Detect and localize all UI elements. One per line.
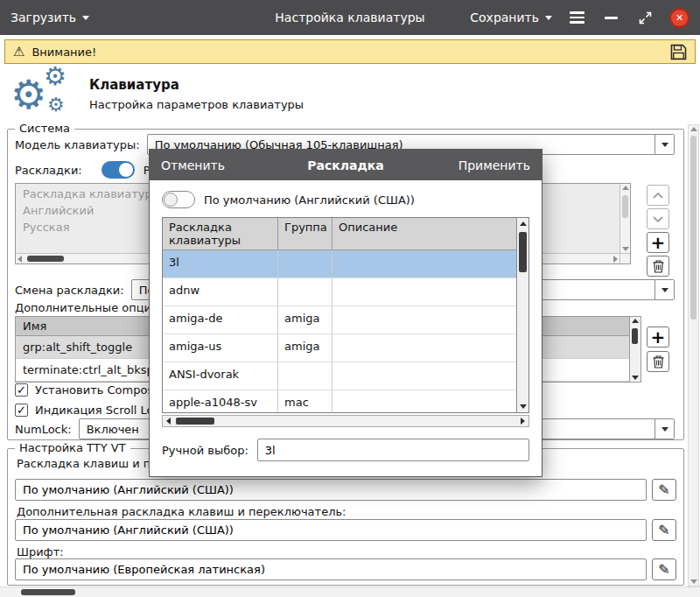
cell-group <box>278 362 332 390</box>
scrollbar-thumb[interactable] <box>519 232 527 272</box>
table-row[interactable]: apple-a1048-sv mac <box>163 390 516 412</box>
move-up-button[interactable] <box>647 185 669 206</box>
dropdown-arrow-button[interactable] <box>654 135 674 154</box>
cell-desc <box>332 390 516 412</box>
table-row[interactable]: amiga-de amiga <box>163 306 516 334</box>
layout-table-vscrollbar[interactable] <box>516 218 528 412</box>
cell-layout: apple-a1048-sv <box>163 390 278 412</box>
keyboard-model-label: Модель клавиатуры: <box>15 138 140 151</box>
load-menu-button[interactable]: Загрузить <box>10 11 89 25</box>
cell-desc <box>332 306 516 334</box>
scroll-up-icon <box>690 127 697 131</box>
tty-extra-layout-field[interactable] <box>15 519 647 541</box>
save-file-icon[interactable] <box>670 44 687 60</box>
dropdown-arrow-button[interactable] <box>654 280 674 299</box>
minimize-button[interactable] <box>601 8 620 27</box>
close-button[interactable]: ✕ <box>669 8 690 28</box>
cell-group: mac <box>278 390 332 412</box>
system-group-legend: Система <box>15 122 74 135</box>
window-vscrollbar[interactable] <box>688 124 699 586</box>
default-layout-toggle-label: По умолчанию (Английский (США)) <box>204 193 415 207</box>
cell-layout: amiga-us <box>163 334 278 362</box>
edit-tty-extra-layout-button[interactable]: ✎ <box>652 519 676 541</box>
compose-checkbox[interactable]: ✓ <box>15 383 28 397</box>
save-menu-label: Сохранить <box>470 11 539 25</box>
scrollbar-thumb[interactable] <box>632 328 638 344</box>
scrollbar-corner <box>620 253 630 263</box>
titlebar: Загрузить Настройка клавиатуры Сохранить… <box>0 0 700 35</box>
table-row[interactable]: adnw <box>163 278 516 306</box>
warning-icon: ⚠ <box>13 46 24 59</box>
dropdown-arrow-button[interactable] <box>654 419 674 439</box>
scrollbar-thumb[interactable] <box>176 418 214 425</box>
add-option-button[interactable]: + <box>647 327 669 348</box>
move-down-button[interactable] <box>647 208 669 229</box>
minimize-icon <box>605 17 618 19</box>
layout-dialog: Отменить Раскладка Применить По умолчани… <box>149 149 542 477</box>
load-menu-label: Загрузить <box>10 11 76 25</box>
chevron-down-icon <box>662 288 668 292</box>
cancel-button[interactable]: Отменить <box>161 158 225 172</box>
chevron-down-icon <box>662 143 668 147</box>
cell-layout: amiga-de <box>163 306 278 334</box>
scrollbar-thumb[interactable] <box>622 195 628 218</box>
scroll-down-icon <box>632 376 639 380</box>
pencil-icon: ✎ <box>658 522 669 538</box>
hamburger-menu-button[interactable] <box>567 8 586 27</box>
scroll-up-icon <box>520 221 527 226</box>
layout-table-hscrollbar[interactable] <box>162 415 529 427</box>
column-header: Группа <box>278 218 332 249</box>
scrollbar-thumb[interactable] <box>21 589 75 595</box>
cell-desc <box>332 278 516 306</box>
layout-dialog-header: Отменить Раскладка Применить <box>150 150 542 180</box>
table-row[interactable]: ANSI-dvorak <box>163 362 516 390</box>
scroll-left-icon <box>18 256 22 263</box>
tty-font-field[interactable] <box>15 558 647 580</box>
scroll-up-icon <box>622 186 629 190</box>
save-menu-button[interactable]: Сохранить <box>470 11 552 25</box>
delete-layout-button[interactable] <box>647 256 669 277</box>
layouts-label: Раскладки: <box>15 164 82 177</box>
window-hscrollbar[interactable] <box>0 586 700 597</box>
scroll-left-icon <box>166 418 171 425</box>
tty-layout-field[interactable] <box>15 479 647 501</box>
add-layout-button[interactable]: + <box>647 232 669 253</box>
manual-select-label: Ручной выбор: <box>162 444 248 457</box>
scroll-down-icon <box>622 247 629 251</box>
scroll-down-icon <box>690 579 697 584</box>
scrollbar-thumb[interactable] <box>690 136 696 320</box>
pencil-icon: ✎ <box>658 481 669 498</box>
check-icon: ✓ <box>17 384 26 396</box>
scroll-down-icon <box>520 404 527 409</box>
options-vscrollbar[interactable] <box>629 317 640 382</box>
scrollbar-thumb[interactable] <box>27 256 64 262</box>
layouts-default-toggle[interactable] <box>102 161 135 179</box>
caret-down-icon <box>545 16 552 20</box>
apply-button[interactable]: Применить <box>458 158 530 172</box>
pencil-icon: ✎ <box>658 561 669 578</box>
table-row[interactable]: amiga-us amiga <box>163 334 516 362</box>
scrolllock-checkbox-label: Индикация Scroll Lock <box>35 404 166 417</box>
delete-option-button[interactable] <box>647 351 669 372</box>
expand-button[interactable] <box>635 8 654 27</box>
layouts-list-vscrollbar[interactable] <box>620 184 630 253</box>
hamburger-icon <box>570 11 584 24</box>
close-icon: ✕ <box>676 12 683 24</box>
column-header: Раскладка клавиатуры <box>163 218 278 249</box>
table-row-selected[interactable]: 3l <box>163 250 516 278</box>
caret-down-icon <box>82 16 89 20</box>
page-subtitle: Настройка параметров клавиатуры <box>89 98 304 111</box>
cell-desc <box>332 334 516 362</box>
scrolllock-checkbox[interactable]: ✓ <box>15 404 28 417</box>
edit-tty-layout-button[interactable]: ✎ <box>652 479 676 501</box>
default-layout-toggle[interactable] <box>162 191 195 208</box>
manual-select-input[interactable] <box>257 439 529 461</box>
scroll-right-icon <box>613 256 618 263</box>
cell-group: amiga <box>278 334 332 362</box>
column-header: Описание <box>332 218 516 249</box>
edit-tty-font-button[interactable]: ✎ <box>652 558 676 580</box>
expand-icon <box>638 11 653 25</box>
cell-group <box>278 278 332 306</box>
keyboard-settings-icon: ⚙⚙⚙ <box>10 67 74 120</box>
cell-group: amiga <box>278 306 332 334</box>
